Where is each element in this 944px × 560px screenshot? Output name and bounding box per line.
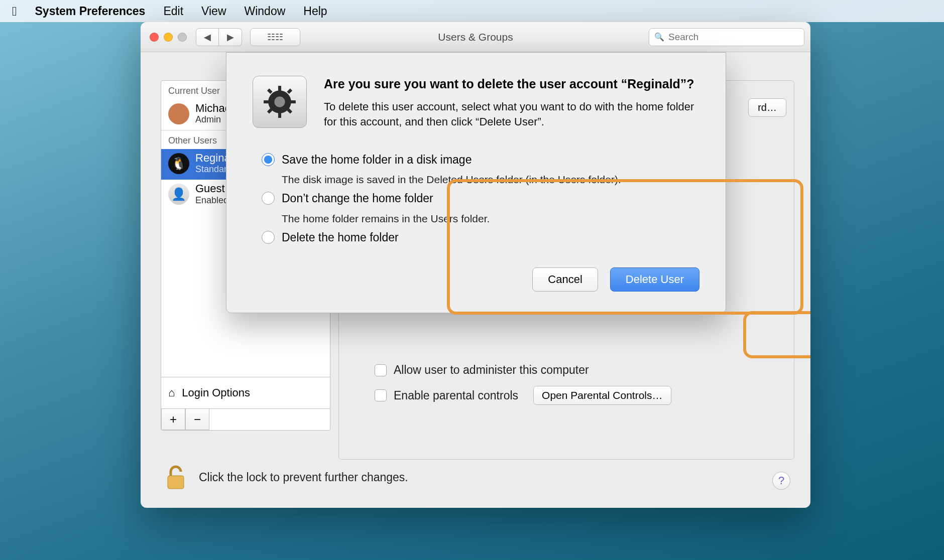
svg-rect-6: [267, 88, 273, 94]
sheet-message: To delete this user account, select what…: [324, 99, 699, 130]
grid-icon: ☷☷: [267, 32, 283, 43]
parental-checkbox[interactable]: [375, 389, 387, 401]
home-icon: ⌂: [168, 386, 175, 399]
svg-rect-2: [278, 86, 281, 91]
open-parental-controls-button[interactable]: Open Parental Controls…: [533, 386, 671, 405]
menu-edit[interactable]: Edit: [163, 5, 183, 18]
forward-button[interactable]: ▶: [219, 28, 242, 46]
zoom-button[interactable]: [178, 33, 187, 42]
unlock-icon[interactable]: [166, 465, 186, 490]
delete-user-sheet: Are you sure you want to delete the user…: [226, 52, 726, 313]
option-label: Don’t change the home folder: [282, 191, 433, 206]
option-label: Save the home folder in a disk image: [282, 152, 471, 168]
login-options-label: Login Options: [182, 386, 250, 399]
app-menu[interactable]: System Preferences: [35, 5, 146, 18]
svg-rect-3: [278, 112, 281, 118]
option-label: Delete the home folder: [282, 230, 399, 245]
radio-icon: [262, 153, 275, 166]
menubar:  System Preferences Edit View Window He…: [0, 0, 944, 22]
admin-checkbox-label: Allow user to administer this computer: [394, 363, 589, 377]
sheet-title: Are you sure you want to delete the user…: [324, 76, 699, 92]
show-all-button[interactable]: ☷☷: [250, 28, 300, 46]
option-dont-change[interactable]: Don’t change the home folder: [262, 187, 690, 210]
svg-rect-5: [290, 100, 296, 103]
svg-rect-4: [264, 100, 269, 103]
lock-text: Click the lock to prevent further change…: [199, 471, 408, 484]
search-icon: 🔍: [654, 32, 664, 42]
home-folder-options: Save the home folder in a disk image The…: [253, 141, 699, 258]
radio-icon: [262, 192, 275, 205]
change-password-button[interactable]: rd…: [748, 98, 786, 117]
avatar: 👤: [168, 184, 189, 205]
avatar: [168, 103, 189, 124]
minimize-button[interactable]: [164, 33, 173, 42]
menu-window[interactable]: Window: [245, 5, 286, 18]
login-options[interactable]: ⌂ Login Options: [161, 377, 330, 409]
delete-user-button[interactable]: Delete User: [610, 267, 699, 292]
search-input[interactable]: [668, 32, 799, 43]
close-button[interactable]: [150, 33, 159, 42]
menu-help[interactable]: Help: [303, 5, 327, 18]
sheet-buttons: Cancel Delete User: [253, 267, 699, 292]
window-controls: [150, 33, 187, 42]
svg-point-10: [274, 96, 285, 107]
avatar: 🐧: [168, 153, 189, 174]
remove-user-button[interactable]: −: [185, 409, 209, 430]
add-user-button[interactable]: +: [161, 409, 185, 430]
nav-buttons: ◀ ▶: [196, 28, 242, 46]
user-options: Allow user to administer this computer E…: [375, 363, 671, 405]
radio-icon: [262, 231, 275, 244]
svg-rect-8: [287, 88, 292, 94]
back-button[interactable]: ◀: [196, 28, 219, 46]
option-desc: The home folder remains in the Users fol…: [282, 212, 690, 226]
preferences-window: ◀ ▶ ☷☷ Users & Groups 🔍 Current User Mic…: [141, 22, 810, 508]
add-remove-bar: + −: [161, 409, 330, 430]
option-delete-home[interactable]: Delete the home folder: [262, 226, 690, 249]
option-save-disk-image[interactable]: Save the home folder in a disk image: [262, 148, 690, 172]
cancel-button[interactable]: Cancel: [532, 267, 598, 292]
admin-checkbox[interactable]: [375, 364, 387, 376]
menu-view[interactable]: View: [201, 5, 226, 18]
help-button[interactable]: ?: [772, 472, 790, 490]
change-password-label: rd…: [758, 102, 777, 113]
system-preferences-icon: [253, 76, 307, 128]
option-desc: The disk image is saved in the Deleted U…: [282, 173, 690, 187]
titlebar: ◀ ▶ ☷☷ Users & Groups 🔍: [141, 22, 810, 52]
svg-rect-0: [168, 476, 184, 489]
search-field[interactable]: 🔍: [649, 28, 804, 46]
lock-row: Click the lock to prevent further change…: [166, 465, 408, 490]
parental-checkbox-label: Enable parental controls: [394, 389, 518, 402]
apple-menu-icon[interactable]: : [12, 4, 17, 19]
